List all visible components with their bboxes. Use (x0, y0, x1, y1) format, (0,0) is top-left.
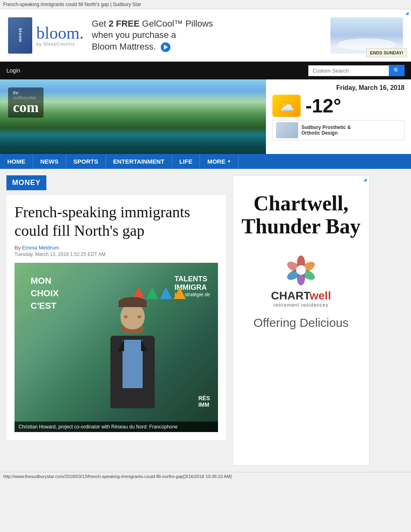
article-image: MON CHOIX C'EST TALENTS IMMIGRA Une stra… (15, 263, 218, 432)
bloom-logo-main: bloom. (36, 25, 84, 42)
ad-ends-label: ENDS SUNDAY! (366, 48, 407, 57)
offering-text: Offering Delicious (253, 316, 349, 330)
header-bar: Login 🔍 (0, 62, 411, 79)
chartwell-flower-icon (285, 254, 317, 286)
sidebar-ad-title: Chartwell, Thunder Bay (241, 192, 360, 238)
chartwell-brand: CHARTwell retirement residences (271, 289, 331, 308)
ad-line3: Bloom Mattress. (92, 42, 156, 52)
chartwell-name: CHARTwell (271, 289, 331, 302)
photo-person (92, 303, 173, 420)
mattress-image (330, 17, 403, 54)
svg-point-6 (296, 265, 306, 275)
bloom-logo-sub: by SleepCountry (36, 42, 84, 46)
main-content: MONEY French-speaking immigrants could f… (0, 169, 411, 472)
nav-bar: HOME NEWS SPORTS ENTERTAINMENT LIFE MORE (0, 154, 411, 169)
nav-entertainment[interactable]: ENTERTAINMENT (106, 154, 172, 169)
chartwell-logo-area: CHARTwell retirement residences (271, 254, 331, 308)
search-button[interactable]: 🔍 (389, 65, 405, 76)
nav-home[interactable]: HOME (0, 154, 33, 169)
ad-free-label: 2 FREE (108, 19, 139, 29)
bloom-book-icon: bloom (8, 17, 32, 54)
sidebar-ad[interactable]: Chartwell, Thunder Bay (232, 175, 369, 466)
bloom-logo-text: bloom. by SleepCountry (36, 25, 84, 46)
person-head (120, 303, 145, 329)
article-byline: By Emma Meldrum (15, 245, 218, 251)
hero-image: the sudburystar com (0, 79, 266, 154)
hero-section: the sudburystar com Friday, March 16, 20… (0, 79, 411, 154)
play-button[interactable] (161, 42, 170, 52)
photo-caption: Christian Howard, project co-ordinator w… (15, 422, 218, 432)
search-input[interactable] (308, 65, 389, 76)
ad-line2: when you purchase a (92, 30, 176, 40)
section-tag: MONEY (6, 175, 46, 190)
event-decoration (133, 287, 186, 299)
ad-text: Get 2 FREE GelCool™ Pillows when you pur… (92, 18, 322, 53)
search-icon: 🔍 (393, 67, 400, 74)
right-column: Chartwell, Thunder Bay (232, 175, 369, 466)
advertiser-name: Sudbury Prosthetic &Orthotic Design (301, 125, 351, 136)
left-column: MONEY French-speaking immigrants could f… (6, 175, 226, 466)
person-body (110, 336, 155, 408)
search-area: 🔍 (308, 65, 405, 76)
ad-banner: bloom bloom. by SleepCountry Get 2 FREE … (0, 9, 411, 62)
author-link[interactable]: Emma Meldrum (22, 245, 59, 251)
advertiser-box[interactable]: Sudbury Prosthetic &Orthotic Design (272, 120, 405, 140)
event-text-left: MON CHOIX C'EST (31, 275, 59, 312)
status-bar: http://www.thesudburystar.com/2018/03/13… (0, 472, 411, 480)
advertiser-image (276, 122, 298, 138)
weather-temp: -12° (305, 96, 341, 116)
nav-more[interactable]: MORE (200, 154, 239, 169)
site-logo: the sudburystar com (8, 87, 44, 118)
hero-date: Friday, March 16, 2018 (272, 84, 405, 91)
nav-news[interactable]: NEWS (33, 154, 66, 169)
weather-icon: ⛅ (272, 95, 301, 117)
article-title: French-speaking immigrants could fill No… (15, 203, 218, 240)
person-shirt (122, 340, 143, 388)
ad-triangle-icon (405, 12, 409, 15)
article-date: Tuesday, March 13, 2018 1:52:25 EDT AM (15, 251, 218, 257)
article-card: French-speaking immigrants could fill No… (6, 195, 226, 440)
chartwell-tagline: retirement residences (274, 302, 328, 308)
bloom-logo: bloom bloom. by SleepCountry (8, 17, 84, 54)
weather-row: ⛅ -12° (272, 95, 405, 117)
nav-life[interactable]: LIFE (172, 154, 200, 169)
sidebar-ad-triangle-icon (363, 178, 367, 181)
nav-sports[interactable]: SPORTS (66, 154, 106, 169)
event-bottom-text: RÉS IMM (198, 395, 210, 408)
browser-title: French-speaking immigrants could fill No… (0, 0, 411, 9)
hero-right: Friday, March 16, 2018 ⛅ -12° Sudbury Pr… (266, 79, 411, 154)
ad-headline: Get 2 FREE GelCool™ Pillows when you pur… (92, 18, 322, 53)
login-link[interactable]: Login (6, 67, 20, 74)
